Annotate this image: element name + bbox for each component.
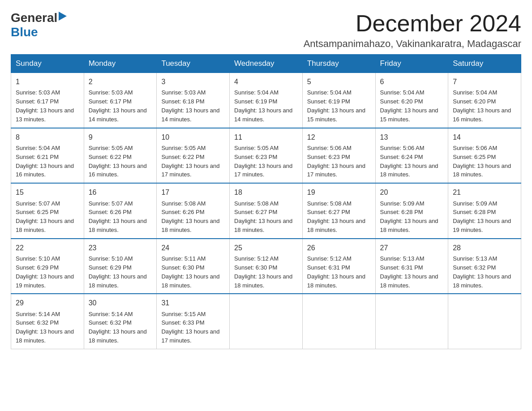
calendar-cell: 25 Sunrise: 5:12 AM Sunset: 6:30 PM Dayl…: [230, 239, 303, 294]
day-daylight: Daylight: 13 hours and 18 minutes.: [89, 218, 147, 233]
weekday-header-row: Sunday Monday Tuesday Wednesday Thursday…: [11, 55, 521, 73]
page-header: General Blue December 2024 Antsampanimah…: [11, 11, 521, 50]
svg-marker-0: [59, 12, 67, 21]
header-friday: Friday: [375, 55, 448, 73]
header-wednesday: Wednesday: [230, 55, 303, 73]
day-number: 13: [380, 132, 444, 142]
day-sunrise: Sunrise: 5:12 AM: [307, 255, 352, 262]
day-sunset: Sunset: 6:32 PM: [453, 264, 496, 271]
day-sunset: Sunset: 6:30 PM: [234, 264, 277, 271]
day-daylight: Daylight: 13 hours and 19 minutes.: [453, 218, 511, 233]
day-sunset: Sunset: 6:25 PM: [16, 209, 59, 215]
header-sunday: Sunday: [11, 55, 84, 73]
day-sunrise: Sunrise: 5:12 AM: [234, 255, 279, 262]
day-sunrise: Sunrise: 5:03 AM: [161, 89, 206, 96]
day-number: 18: [234, 187, 298, 197]
day-daylight: Daylight: 13 hours and 18 minutes.: [161, 218, 219, 233]
day-sunset: Sunset: 6:20 PM: [380, 98, 423, 105]
day-sunset: Sunset: 6:23 PM: [234, 154, 277, 160]
day-number: 19: [307, 187, 371, 197]
day-sunset: Sunset: 6:29 PM: [89, 264, 132, 271]
calendar-cell: 9 Sunrise: 5:05 AM Sunset: 6:22 PM Dayli…: [84, 128, 157, 184]
calendar-cell: 6 Sunrise: 5:04 AM Sunset: 6:20 PM Dayli…: [375, 73, 448, 128]
day-sunset: Sunset: 6:21 PM: [16, 154, 59, 160]
calendar-cell: 23 Sunrise: 5:10 AM Sunset: 6:29 PM Dayl…: [84, 239, 157, 294]
day-daylight: Daylight: 13 hours and 16 minutes.: [16, 163, 74, 178]
day-sunrise: Sunrise: 5:04 AM: [453, 89, 497, 96]
day-number: 22: [16, 243, 79, 253]
day-number: 24: [161, 243, 225, 253]
day-number: 4: [234, 77, 298, 87]
month-title: December 2024: [304, 11, 521, 36]
day-sunset: Sunset: 6:31 PM: [380, 264, 423, 271]
day-sunrise: Sunrise: 5:10 AM: [16, 255, 60, 262]
day-daylight: Daylight: 13 hours and 17 minutes.: [307, 163, 365, 178]
calendar-cell: 28 Sunrise: 5:13 AM Sunset: 6:32 PM Dayl…: [448, 239, 521, 294]
calendar-cell: 10 Sunrise: 5:05 AM Sunset: 6:22 PM Dayl…: [157, 128, 230, 184]
header-monday: Monday: [84, 55, 157, 73]
day-number: 29: [16, 298, 79, 308]
header-thursday: Thursday: [302, 55, 375, 73]
calendar-cell: 21 Sunrise: 5:09 AM Sunset: 6:28 PM Dayl…: [448, 183, 521, 239]
calendar-cell: 27 Sunrise: 5:13 AM Sunset: 6:31 PM Dayl…: [375, 239, 448, 294]
calendar-cell: 29 Sunrise: 5:14 AM Sunset: 6:32 PM Dayl…: [11, 294, 84, 349]
day-daylight: Daylight: 13 hours and 18 minutes.: [453, 273, 511, 289]
day-sunrise: Sunrise: 5:03 AM: [16, 89, 60, 96]
day-daylight: Daylight: 13 hours and 17 minutes.: [161, 163, 219, 178]
day-daylight: Daylight: 13 hours and 15 minutes.: [307, 107, 365, 123]
calendar-cell: 31 Sunrise: 5:15 AM Sunset: 6:33 PM Dayl…: [157, 294, 230, 349]
calendar-table: Sunday Monday Tuesday Wednesday Thursday…: [11, 54, 521, 349]
day-sunset: Sunset: 6:26 PM: [89, 209, 132, 215]
day-number: 21: [453, 187, 516, 197]
calendar-cell: 16 Sunrise: 5:07 AM Sunset: 6:26 PM Dayl…: [84, 183, 157, 239]
day-sunrise: Sunrise: 5:07 AM: [16, 200, 60, 207]
day-sunset: Sunset: 6:32 PM: [89, 319, 132, 326]
day-sunset: Sunset: 6:26 PM: [161, 209, 204, 215]
day-sunset: Sunset: 6:28 PM: [453, 209, 496, 215]
day-sunrise: Sunrise: 5:13 AM: [380, 255, 425, 262]
day-daylight: Daylight: 13 hours and 18 minutes.: [234, 218, 292, 233]
day-sunrise: Sunrise: 5:13 AM: [453, 255, 497, 262]
calendar-cell: [230, 294, 303, 349]
day-sunrise: Sunrise: 5:06 AM: [380, 145, 425, 151]
calendar-cell: 18 Sunrise: 5:08 AM Sunset: 6:27 PM Dayl…: [230, 183, 303, 239]
day-daylight: Daylight: 13 hours and 18 minutes.: [89, 273, 147, 289]
day-daylight: Daylight: 13 hours and 18 minutes.: [380, 218, 438, 233]
day-sunset: Sunset: 6:19 PM: [307, 98, 350, 105]
day-daylight: Daylight: 13 hours and 18 minutes.: [307, 218, 365, 233]
day-daylight: Daylight: 13 hours and 18 minutes.: [89, 328, 147, 344]
day-sunset: Sunset: 6:22 PM: [161, 154, 204, 160]
calendar-cell: 15 Sunrise: 5:07 AM Sunset: 6:25 PM Dayl…: [11, 183, 84, 239]
day-sunrise: Sunrise: 5:04 AM: [16, 145, 60, 151]
week-row-5: 29 Sunrise: 5:14 AM Sunset: 6:32 PM Dayl…: [11, 294, 521, 349]
day-number: 25: [234, 243, 298, 253]
logo-general: General: [11, 11, 57, 25]
day-daylight: Daylight: 13 hours and 15 minutes.: [380, 107, 438, 123]
calendar-cell: 2 Sunrise: 5:03 AM Sunset: 6:17 PM Dayli…: [84, 73, 157, 128]
day-sunset: Sunset: 6:17 PM: [89, 98, 132, 105]
day-sunrise: Sunrise: 5:08 AM: [307, 200, 352, 207]
calendar-cell: 12 Sunrise: 5:06 AM Sunset: 6:23 PM Dayl…: [302, 128, 375, 184]
day-daylight: Daylight: 13 hours and 17 minutes.: [234, 163, 292, 178]
day-sunset: Sunset: 6:24 PM: [380, 154, 423, 160]
day-number: 23: [89, 243, 152, 253]
day-sunrise: Sunrise: 5:06 AM: [307, 145, 352, 151]
day-sunrise: Sunrise: 5:11 AM: [161, 255, 206, 262]
day-daylight: Daylight: 13 hours and 16 minutes.: [453, 107, 511, 123]
day-sunrise: Sunrise: 5:10 AM: [89, 255, 133, 262]
calendar-cell: 17 Sunrise: 5:08 AM Sunset: 6:26 PM Dayl…: [157, 183, 230, 239]
day-number: 3: [161, 77, 225, 87]
day-number: 28: [453, 243, 516, 253]
day-daylight: Daylight: 13 hours and 14 minutes.: [89, 107, 147, 123]
day-sunset: Sunset: 6:28 PM: [380, 209, 423, 215]
day-sunset: Sunset: 6:29 PM: [16, 264, 59, 271]
header-saturday: Saturday: [448, 55, 521, 73]
day-sunrise: Sunrise: 5:06 AM: [453, 145, 497, 151]
day-sunrise: Sunrise: 5:04 AM: [307, 89, 352, 96]
day-sunrise: Sunrise: 5:15 AM: [161, 311, 206, 317]
week-row-3: 15 Sunrise: 5:07 AM Sunset: 6:25 PM Dayl…: [11, 183, 521, 239]
day-number: 9: [89, 132, 152, 142]
logo-triangle-icon: [59, 12, 67, 22]
day-number: 5: [307, 77, 371, 87]
day-sunrise: Sunrise: 5:08 AM: [234, 200, 279, 207]
